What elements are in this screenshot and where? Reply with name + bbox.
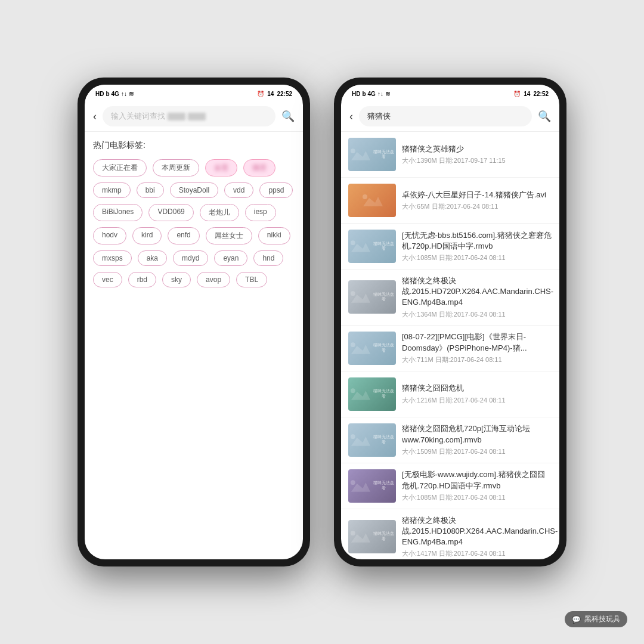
- tag-tag12[interactable]: 老炮儿: [200, 204, 239, 221]
- status-bar-left: HD b 4G ↑↓ ≋ ⏰ 14 22:52: [85, 85, 303, 101]
- time-right: 22:52: [533, 91, 549, 97]
- status-bar-right: HD b 4G ↑↓ ≋ ⏰ 14 22:52: [341, 85, 559, 101]
- result-meta-r3: 大小:1085M 日期:2017-06-24 08:11: [402, 253, 552, 262]
- result-info-r4: 猪猪侠之终极决战.2015.HD720P.X264.AAC.Mandarin.C…: [402, 275, 552, 319]
- result-meta-r7: 大小:1509M 日期:2017-06-24 08:11: [402, 447, 552, 456]
- thumb-r7: 猫咪无法盘看: [348, 423, 396, 457]
- status-left-right: HD b 4G ↑↓ ≋: [352, 91, 390, 97]
- watermark: 猫咪无法盘看: [371, 389, 396, 399]
- search-query-text: 猪猪侠: [367, 111, 391, 122]
- tag-tag26[interactable]: sky: [162, 272, 191, 287]
- battery-label: 14: [267, 91, 274, 97]
- tag-tag28[interactable]: TBL: [236, 272, 267, 287]
- result-title-r6: 猪猪侠之囧囧危机: [402, 383, 552, 394]
- thumb-r6: 猫咪无法盘看: [348, 377, 396, 411]
- wechat-icon: 💬: [572, 615, 581, 624]
- section-title: 热门电影标签:: [93, 140, 295, 151]
- tag-tag23[interactable]: hnd: [253, 250, 283, 266]
- result-info-r2: 卓依婷-八大巨星好日子-14.猪猪侠广告.avi 大小:65M 日期:2017-…: [402, 190, 552, 211]
- alarm-icon-right: ⏰: [513, 91, 521, 97]
- thumb-r8: 猫咪无法盘看: [348, 469, 396, 503]
- tag-tag21[interactable]: mdyd: [173, 250, 208, 266]
- result-title-r1: 猪猪侠之英雄猪少: [402, 144, 552, 154]
- tag-tag25[interactable]: rbd: [128, 272, 156, 287]
- tag-tag9[interactable]: ppsd: [259, 182, 293, 198]
- result-title-r8: [无极电影-www.wujidy.com].猪猪侠之囧囧危机.720p.HD国语…: [402, 469, 552, 491]
- search-input-right[interactable]: 猪猪侠: [359, 106, 532, 126]
- right-phone: HD b 4G ↑↓ ≋ ⏰ 14 22:52 ‹ 猪猪侠 🔍: [334, 78, 566, 566]
- tag-tag11[interactable]: VDD069: [148, 204, 193, 221]
- tag-tag16[interactable]: enfd: [168, 227, 199, 244]
- result-title-r5: [08-07-22][PMCG][电影]《世界末日-Doomsday》(PSPi…: [402, 332, 552, 353]
- tag-tag13[interactable]: iesp: [245, 204, 276, 221]
- tag-tag6[interactable]: bbi: [137, 182, 164, 198]
- tag-tag1[interactable]: 大家正在看: [93, 159, 147, 177]
- search-bar-right: ‹ 猪猪侠 🔍: [341, 101, 559, 132]
- result-item-r9[interactable]: 猫咪无法盘看 猪猪侠之终极决战.2015.HD1080P.X264.AAC.Ma…: [341, 509, 559, 559]
- result-list: 猫咪无法盘看 猪猪侠之英雄猪少 大小:1390M 日期:2017-09-17 1…: [341, 132, 559, 559]
- thumb-r9: 猫咪无法盘看: [348, 520, 396, 553]
- time-label: 22:52: [277, 91, 292, 97]
- back-button-right[interactable]: ‹: [349, 110, 353, 123]
- result-info-r1: 猪猪侠之英雄猪少 大小:1390M 日期:2017-09-17 11:15: [402, 144, 552, 165]
- tag-tag22[interactable]: eyan: [214, 250, 247, 266]
- result-info-r6: 猪猪侠之囧囧危机 大小:1216M 日期:2017-06-24 08:11: [402, 383, 552, 404]
- result-item-r4[interactable]: 猫咪无法盘看 猪猪侠之终极决战.2015.HD720P.X264.AAC.Man…: [341, 270, 559, 326]
- result-item-r2[interactable]: 卓依婷-八大巨星好日子-14.猪猪侠广告.avi 大小:65M 日期:2017-…: [341, 178, 559, 224]
- svg-point-13: [351, 434, 355, 439]
- watermark: 猫咪无法盘看: [371, 343, 396, 353]
- search-input-left[interactable]: 输入关键词查找: [103, 106, 275, 126]
- tag-tag10[interactable]: BiBiJones: [93, 204, 143, 221]
- tag-tag15[interactable]: kird: [132, 227, 162, 244]
- result-title-r3: [无忧无虑-bbs.bt5156.com].猪猪侠之窘窘危机.720p.HD国语…: [402, 230, 552, 252]
- tag-tag27[interactable]: avop: [197, 272, 230, 287]
- battery-right: 14: [524, 91, 530, 97]
- search-icon-right[interactable]: 🔍: [538, 110, 551, 123]
- tag-tag24[interactable]: vec: [93, 272, 122, 287]
- thumb-r4: 猫咪无法盘看: [348, 280, 396, 314]
- tag-tag18[interactable]: nikki: [258, 227, 290, 244]
- thumb-r3: 猫咪无法盘看: [348, 230, 396, 263]
- watermark-text: 黑科技玩具: [584, 614, 620, 624]
- svg-point-3: [363, 194, 367, 199]
- result-meta-r9: 大小:1417M 日期:2017-06-24 08:11: [402, 549, 552, 558]
- tag-tag2[interactable]: 本周更新: [153, 159, 199, 177]
- tag-tag4[interactable]: 骚货: [243, 159, 275, 177]
- status-right-info: ⏰ 14 22:52: [257, 91, 292, 97]
- result-meta-r1: 大小:1390M 日期:2017-09-17 11:15: [402, 156, 552, 165]
- result-item-r3[interactable]: 猫咪无法盘看 [无忧无虑-bbs.bt5156.com].猪猪侠之窘窘危机.72…: [341, 224, 559, 270]
- blur-hint: [168, 113, 206, 120]
- result-item-r7[interactable]: 猫咪无法盘看 猪猪侠之囧囧危机720p[江海互动论坛 www.70king.co…: [341, 417, 559, 463]
- svg-point-9: [351, 342, 355, 347]
- tags-container: 大家正在看本周更新金莲骚货mkmpbbiStoyaDollvddppsdBiBi…: [93, 159, 295, 287]
- tag-tag8[interactable]: vdd: [224, 182, 253, 198]
- result-info-r9: 猪猪侠之终极决战.2015.HD1080P.X264.AAC.Mandarin.…: [402, 515, 552, 559]
- tag-tag3[interactable]: 金莲: [205, 159, 237, 177]
- result-item-r1[interactable]: 猫咪无法盘看 猪猪侠之英雄猪少 大小:1390M 日期:2017-09-17 1…: [341, 132, 559, 178]
- tag-tag19[interactable]: mxsps: [93, 250, 132, 266]
- result-item-r5[interactable]: 猫咪无法盘看 [08-07-22][PMCG][电影]《世界末日-Doomsda…: [341, 326, 559, 371]
- thumb-r5: 猫咪无法盘看: [348, 332, 396, 365]
- watermark: 猫咪无法盘看: [371, 435, 396, 445]
- watermark: 猫咪无法盘看: [371, 242, 396, 252]
- result-item-r8[interactable]: 猫咪无法盘看 [无极电影-www.wujidy.com].猪猪侠之囧囧危机.72…: [341, 463, 559, 509]
- tag-tag14[interactable]: hodv: [93, 227, 126, 244]
- tag-tag5[interactable]: mkmp: [93, 182, 131, 198]
- tag-tag20[interactable]: aka: [138, 250, 167, 266]
- result-title-r9: 猪猪侠之终极决战.2015.HD1080P.X264.AAC.Mandarin.…: [402, 515, 552, 548]
- result-title-r4: 猪猪侠之终极决战.2015.HD720P.X264.AAC.Mandarin.C…: [402, 275, 552, 308]
- result-meta-r2: 大小:65M 日期:2017-06-24 08:11: [402, 202, 552, 211]
- result-meta-r8: 大小:1085M 日期:2017-06-24 08:11: [402, 493, 552, 502]
- back-button-left[interactable]: ‹: [93, 110, 97, 123]
- content-area-left: 热门电影标签: 大家正在看本周更新金莲骚货mkmpbbiStoyaDollvdd…: [85, 132, 303, 559]
- tag-tag17[interactable]: 屌丝女士: [206, 227, 252, 244]
- svg-point-5: [351, 240, 355, 245]
- tag-tag7[interactable]: StoyaDoll: [170, 182, 218, 198]
- svg-point-7: [351, 292, 355, 296]
- result-item-r6[interactable]: 猫咪无法盘看 猪猪侠之囧囧危机 大小:1216M 日期:2017-06-24 0…: [341, 371, 559, 417]
- search-icon-left[interactable]: 🔍: [281, 110, 295, 123]
- result-meta-r4: 大小:1364M 日期:2017-06-24 08:11: [402, 310, 552, 319]
- result-info-r8: [无极电影-www.wujidy.com].猪猪侠之囧囧危机.720p.HD国语…: [402, 469, 552, 501]
- result-title-r2: 卓依婷-八大巨星好日子-14.猪猪侠广告.avi: [402, 190, 552, 200]
- status-right-right: ⏰ 14 22:52: [513, 91, 549, 97]
